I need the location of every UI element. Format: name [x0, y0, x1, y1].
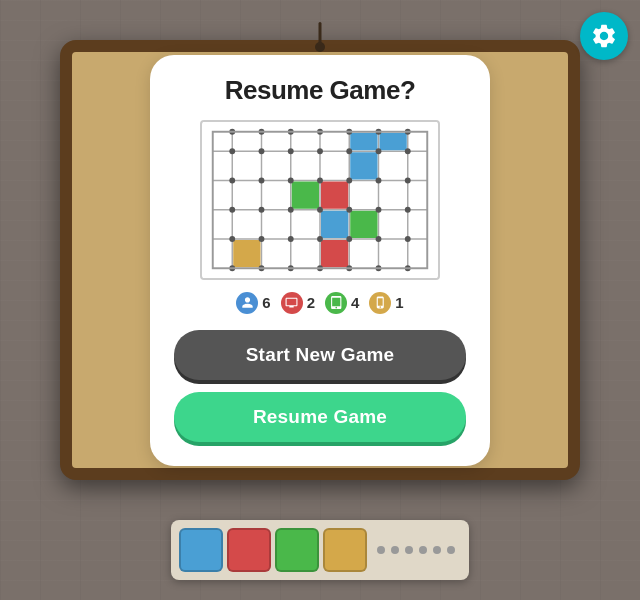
- palette-bar: [171, 520, 469, 580]
- rope: [290, 22, 350, 52]
- svg-point-37: [288, 177, 294, 183]
- dot-5: [433, 546, 441, 554]
- svg-point-47: [376, 206, 382, 212]
- svg-rect-14: [350, 152, 377, 179]
- start-new-game-button[interactable]: Start New Game: [174, 330, 466, 380]
- svg-point-43: [259, 206, 265, 212]
- svg-point-55: [405, 236, 411, 242]
- palette-color-green[interactable]: [275, 528, 319, 572]
- svg-point-42: [229, 206, 235, 212]
- dot-2: [391, 546, 399, 554]
- svg-rect-20: [233, 239, 260, 266]
- dot-6: [447, 546, 455, 554]
- dot-3: [405, 546, 413, 554]
- dot-1: [377, 546, 385, 554]
- svg-point-35: [229, 177, 235, 183]
- stat-phone: 1: [369, 292, 403, 314]
- svg-point-52: [317, 236, 323, 242]
- gear-icon: [590, 22, 618, 50]
- stat-tablet: 4: [325, 292, 359, 314]
- svg-point-36: [259, 177, 265, 183]
- stat-tv-count: 2: [307, 294, 315, 311]
- phone-icon: [369, 292, 391, 314]
- svg-point-54: [376, 236, 382, 242]
- svg-point-51: [288, 236, 294, 242]
- svg-point-53: [346, 236, 352, 242]
- svg-point-50: [259, 236, 265, 242]
- svg-point-28: [229, 148, 235, 154]
- svg-point-44: [288, 206, 294, 212]
- palette-color-blue[interactable]: [179, 528, 223, 572]
- svg-point-33: [376, 148, 382, 154]
- stat-phone-count: 1: [395, 294, 403, 311]
- palette-color-yellow[interactable]: [323, 528, 367, 572]
- svg-rect-12: [350, 132, 377, 150]
- svg-rect-13: [379, 132, 406, 150]
- game-preview: [200, 120, 440, 280]
- svg-point-38: [317, 177, 323, 183]
- svg-rect-18: [321, 210, 348, 237]
- stats-row: 6 2 4: [236, 292, 403, 314]
- svg-point-31: [317, 148, 323, 154]
- corkboard: Resume Game?: [60, 40, 580, 480]
- settings-button[interactable]: [580, 12, 628, 60]
- stat-person-count: 6: [262, 294, 270, 311]
- stat-tablet-count: 4: [351, 294, 359, 311]
- dialog-card: Resume Game?: [150, 55, 490, 466]
- dialog-title: Resume Game?: [225, 75, 416, 106]
- person-icon: [236, 292, 258, 314]
- tablet-icon: [325, 292, 347, 314]
- svg-point-45: [317, 206, 323, 212]
- game-grid-svg: [202, 122, 438, 278]
- tv-icon: [281, 292, 303, 314]
- svg-rect-19: [321, 239, 348, 266]
- stat-tv: 2: [281, 292, 315, 314]
- svg-point-41: [405, 177, 411, 183]
- resume-game-button[interactable]: Resume Game: [174, 392, 466, 442]
- svg-point-32: [346, 148, 352, 154]
- svg-rect-17: [350, 210, 377, 237]
- palette-dots: [369, 526, 463, 574]
- svg-point-39: [346, 177, 352, 183]
- svg-rect-16: [292, 181, 319, 208]
- svg-point-30: [288, 148, 294, 154]
- svg-point-48: [405, 206, 411, 212]
- palette-color-red[interactable]: [227, 528, 271, 572]
- svg-point-46: [346, 206, 352, 212]
- svg-point-29: [259, 148, 265, 154]
- stat-person: 6: [236, 292, 270, 314]
- svg-point-49: [229, 236, 235, 242]
- svg-rect-15: [321, 181, 348, 208]
- dot-4: [419, 546, 427, 554]
- svg-point-40: [376, 177, 382, 183]
- svg-point-34: [405, 148, 411, 154]
